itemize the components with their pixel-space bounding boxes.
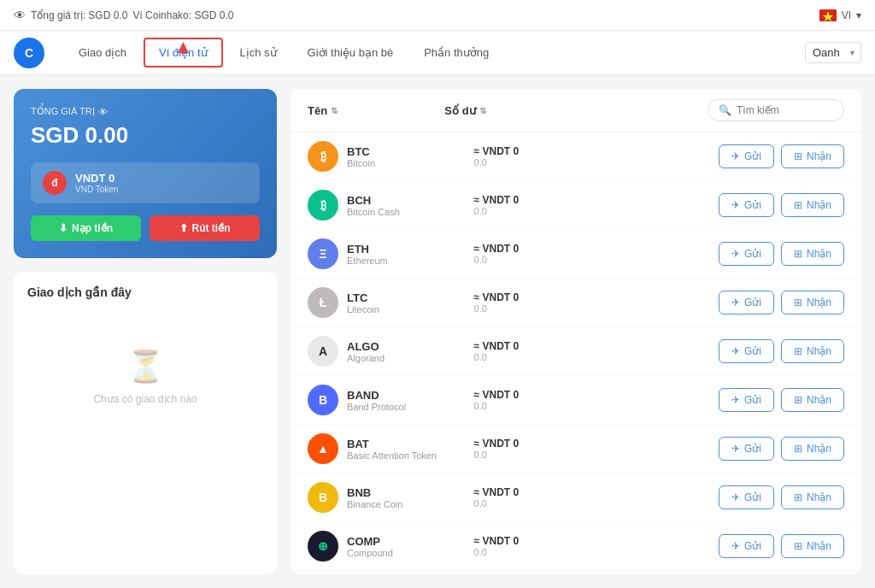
coin-actions-algo: ✈ Gửi ⊞ Nhận bbox=[632, 339, 844, 363]
name-sort-icon[interactable]: ⇅ bbox=[331, 106, 338, 115]
receive-button-bnb[interactable]: ⊞ Nhận bbox=[781, 485, 844, 509]
nav-phan-thuong[interactable]: Phần thưởng bbox=[410, 39, 502, 66]
coin-row-bnb: B BNB Binance Coin ≈ VNDT 0 0.0 ✈ Gửi ⊞ … bbox=[291, 473, 861, 522]
send-icon: ✈ bbox=[731, 345, 740, 357]
coin-balance-bnb: ≈ VNDT 0 0.0 bbox=[474, 486, 633, 509]
nav-items: Giao dịch ▲ Ví điện tử Lịch sử Giới thiệ… bbox=[65, 38, 805, 68]
send-button-bat[interactable]: ✈ Gửi bbox=[719, 437, 774, 461]
coin-ticker: COMP bbox=[347, 535, 474, 548]
bal-actual: 0.0 bbox=[474, 157, 633, 168]
receive-icon: ⊞ bbox=[794, 491, 802, 503]
receive-icon: ⊞ bbox=[794, 199, 802, 211]
send-icon: ✈ bbox=[731, 150, 740, 162]
coin-actions-band: ✈ Gửi ⊞ Nhận bbox=[632, 388, 844, 412]
nav-giao-dich[interactable]: Giao dịch bbox=[65, 39, 140, 66]
coin-name: Bitcoin bbox=[347, 158, 474, 168]
wallet-actions: ⬇ Nạp tiền ⬆ Rút tiền bbox=[31, 215, 260, 241]
wallet-eye-icon[interactable]: 👁 bbox=[98, 107, 108, 117]
language-select[interactable]: Oanh bbox=[805, 42, 861, 63]
left-panel: TỔNG GIÁ TRỊ 👁 SGD 0.00 đ VNDT 0 VND Tok… bbox=[0, 75, 291, 588]
coin-info-band: BAND Band Protocol bbox=[347, 389, 474, 412]
vndt-token-icon: đ bbox=[43, 171, 67, 195]
receive-icon: ⊞ bbox=[794, 443, 802, 455]
receive-icon: ⊞ bbox=[794, 394, 802, 406]
total-value-label: Tổng giá trị: SGD 0.0 bbox=[31, 9, 127, 21]
balance-sort-icon[interactable]: ⇅ bbox=[479, 106, 486, 115]
send-button-algo[interactable]: ✈ Gửi bbox=[719, 339, 774, 363]
send-button-comp[interactable]: ✈ Gửi bbox=[719, 534, 774, 558]
coin-info-eth: ETH Ethereum bbox=[347, 243, 474, 266]
coin-icon-bnb: B bbox=[308, 482, 338, 513]
coin-icon-bat: ▲ bbox=[308, 433, 338, 464]
coin-icon-eth: Ξ bbox=[308, 238, 338, 269]
coin-actions-comp: ✈ Gửi ⊞ Nhận bbox=[632, 534, 844, 558]
bal-actual: 0.0 bbox=[474, 450, 633, 460]
receive-button-bat[interactable]: ⊞ Nhận bbox=[781, 437, 844, 461]
coin-ticker: BTC bbox=[347, 145, 474, 158]
coin-list: ₿ BTC Bitcoin ≈ VNDT 0 0.0 ✈ Gửi ⊞ Nhận … bbox=[291, 132, 861, 574]
site-logo[interactable]: C bbox=[14, 38, 44, 68]
send-button-eth[interactable]: ✈ Gửi bbox=[719, 242, 774, 266]
receive-icon: ⊞ bbox=[794, 345, 802, 357]
coin-ticker: BAT bbox=[347, 438, 474, 450]
receive-button-band[interactable]: ⊞ Nhận bbox=[781, 388, 844, 412]
receive-button-algo[interactable]: ⊞ Nhận bbox=[781, 339, 844, 363]
withdraw-button[interactable]: ⬆ Rút tiền bbox=[150, 215, 260, 241]
flag-icon bbox=[819, 9, 837, 21]
search-icon: 🔍 bbox=[719, 104, 731, 116]
send-icon: ✈ bbox=[731, 394, 740, 406]
coin-name: Ethereum bbox=[347, 256, 474, 266]
receive-button-ltc[interactable]: ⊞ Nhận bbox=[781, 291, 844, 315]
coin-ticker: ALGO bbox=[347, 340, 474, 353]
lang-chevron[interactable]: ▾ bbox=[856, 9, 861, 21]
send-button-bnb[interactable]: ✈ Gửi bbox=[719, 485, 774, 509]
coin-row-algo: A ALGO Algorand ≈ VNDT 0 0.0 ✈ Gửi ⊞ Nhậ… bbox=[291, 327, 861, 376]
main-layout: TỔNG GIÁ TRỊ 👁 SGD 0.00 đ VNDT 0 VND Tok… bbox=[0, 75, 875, 588]
bal-approx: ≈ VNDT 0 bbox=[474, 243, 633, 255]
coin-name: Band Protocol bbox=[347, 402, 474, 412]
bal-actual: 0.0 bbox=[474, 255, 633, 265]
coin-ticker: LTC bbox=[347, 291, 474, 304]
coin-info-ltc: LTC Litecoin bbox=[347, 291, 474, 315]
receive-button-btc[interactable]: ⊞ Nhận bbox=[781, 144, 844, 168]
withdraw-icon: ⬆ bbox=[179, 222, 188, 234]
eye-icon[interactable]: 👁 bbox=[14, 9, 26, 22]
send-button-btc[interactable]: ✈ Gửi bbox=[719, 144, 774, 168]
coin-info-btc: BTC Bitcoin bbox=[347, 145, 474, 168]
coin-balance-band: ≈ VNDT 0 0.0 bbox=[474, 389, 633, 411]
send-button-ltc[interactable]: ✈ Gửi bbox=[719, 291, 774, 315]
col-name-header: Tên ⇅ bbox=[308, 104, 444, 117]
send-button-band[interactable]: ✈ Gửi bbox=[719, 388, 774, 412]
coin-icon-band: B bbox=[308, 385, 338, 415]
nav-right: Oanh bbox=[805, 42, 861, 63]
send-icon: ✈ bbox=[731, 199, 740, 211]
deposit-button[interactable]: ⬇ Nạp tiền bbox=[31, 215, 141, 241]
coin-name: Algorand bbox=[347, 353, 474, 363]
nav-lich-su[interactable]: Lịch sử bbox=[226, 39, 291, 66]
coin-balance-algo: ≈ VNDT 0 0.0 bbox=[474, 340, 633, 362]
wallet-token-row: đ VNDT 0 VND Token bbox=[31, 162, 260, 203]
send-icon: ✈ bbox=[731, 297, 740, 309]
bal-approx: ≈ VNDT 0 bbox=[474, 340, 633, 352]
bal-approx: ≈ VNDT 0 bbox=[474, 291, 633, 303]
receive-button-eth[interactable]: ⊞ Nhận bbox=[781, 242, 844, 266]
receive-button-comp[interactable]: ⊞ Nhận bbox=[781, 534, 844, 558]
receive-button-bch[interactable]: ⊞ Nhận bbox=[781, 193, 844, 217]
table-header: Tên ⇅ Số dư ⇅ 🔍 bbox=[291, 89, 861, 132]
search-box[interactable]: 🔍 bbox=[708, 99, 844, 121]
coin-icon-algo: A bbox=[308, 336, 338, 367]
nav-bar: C Giao dịch ▲ Ví điện tử Lịch sử Giới th… bbox=[0, 31, 875, 75]
nav-gioi-thieu[interactable]: Giới thiệu bạn bè bbox=[294, 39, 408, 66]
bal-approx: ≈ VNDT 0 bbox=[474, 438, 633, 450]
nav-vi-dien-tu[interactable]: ▲ Ví điện tử bbox=[144, 38, 222, 68]
search-input[interactable] bbox=[737, 104, 833, 116]
coin-info-bat: BAT Basic Attention Token bbox=[347, 438, 474, 461]
coin-row-ltc: Ł LTC Litecoin ≈ VNDT 0 0.0 ✈ Gửi ⊞ Nhận bbox=[291, 279, 861, 327]
coin-info-algo: ALGO Algorand bbox=[347, 340, 474, 363]
bal-actual: 0.0 bbox=[474, 401, 633, 411]
wallet-card: TỔNG GIÁ TRỊ 👁 SGD 0.00 đ VNDT 0 VND Tok… bbox=[14, 89, 277, 258]
coin-row-bat: ▲ BAT Basic Attention Token ≈ VNDT 0 0.0… bbox=[291, 425, 861, 473]
send-button-bch[interactable]: ✈ Gửi bbox=[719, 193, 774, 217]
receive-icon: ⊞ bbox=[794, 150, 802, 162]
bal-actual: 0.0 bbox=[474, 303, 633, 314]
